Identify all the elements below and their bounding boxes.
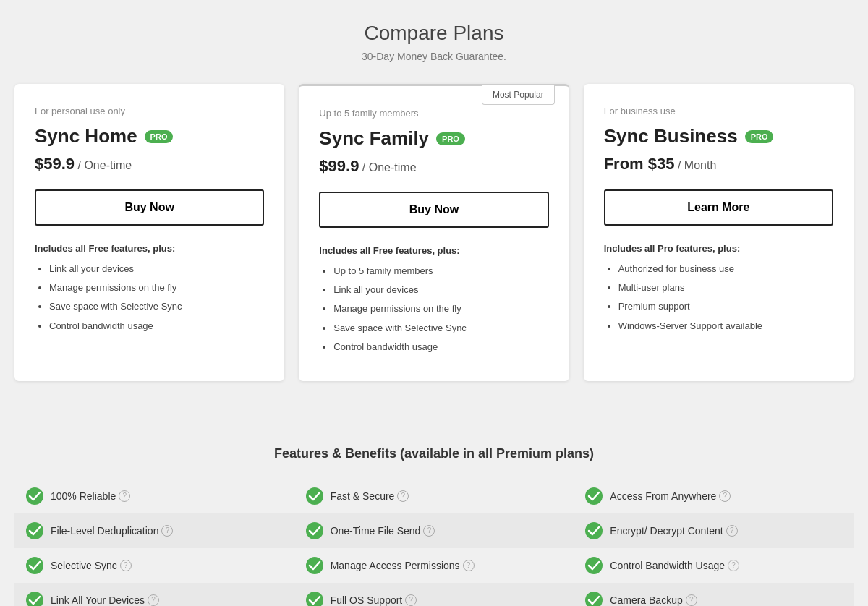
plan-subtitle-home: For personal use only — [35, 106, 264, 116]
check-icon — [306, 522, 323, 539]
svg-point-1 — [306, 487, 323, 505]
check-icon — [585, 557, 603, 574]
feature-item: Control bandwidth usage — [333, 341, 548, 354]
plan-subtitle-business: For business use — [604, 106, 833, 116]
benefit-item: File-Level Deduplication ? — [14, 513, 294, 548]
benefit-item: Control Bandwidth Usage ? — [574, 548, 854, 583]
feature-item: Manage permissions on the fly — [49, 281, 264, 294]
benefit-label: 100% Reliable — [51, 490, 116, 502]
benefit-item: Fast & Secure ? — [294, 479, 574, 513]
plan-price-family: $99.9 / One-time — [319, 157, 548, 176]
benefit-item: One-Time File Send ? — [294, 513, 574, 548]
help-icon[interactable]: ? — [161, 525, 173, 537]
benefit-label: Camera Backup — [610, 594, 682, 606]
benefit-label: Full OS Support — [331, 594, 403, 606]
feature-item: Control bandwidth usage — [49, 320, 264, 333]
svg-point-0 — [26, 487, 43, 505]
plan-name-business: Sync Business — [604, 125, 738, 148]
benefit-label: Access From Anywhere — [610, 490, 716, 502]
svg-point-9 — [26, 592, 43, 606]
check-icon — [306, 487, 323, 505]
benefit-label: Encrypt/ Decrypt Content — [610, 525, 723, 537]
plan-button-business[interactable]: Learn More — [604, 189, 833, 226]
plan-price-business: From $35 / Month — [604, 155, 833, 174]
benefits-section: Features & Benefits (available in all Pr… — [0, 439, 868, 606]
feature-item: Manage permissions on the fly — [333, 302, 548, 315]
features-heading-family: Includes all Free features, plus: — [319, 245, 548, 256]
check-icon — [585, 487, 603, 505]
features-list-home: Link all your devicesManage permissions … — [35, 263, 264, 333]
plan-name-row-home: Sync Home PRO — [35, 125, 264, 148]
money-back-text: 30-Day Money Back Guarantee. — [14, 51, 854, 62]
help-icon[interactable]: ? — [728, 560, 739, 571]
benefit-item: Link All Your Devices ? — [14, 583, 294, 606]
plans-grid: For personal use only Sync Home PRO $59.… — [14, 84, 854, 381]
features-list-business: Authorized for business useMulti-user pl… — [604, 263, 833, 333]
help-icon[interactable]: ? — [148, 594, 159, 606]
svg-point-11 — [585, 592, 603, 606]
benefit-label: One-Time File Send — [331, 525, 421, 537]
page-header: Compare Plans 30-Day Money Back Guarante… — [14, 22, 854, 62]
check-icon — [585, 522, 603, 539]
plan-card-business: For business use Sync Business PRO From … — [584, 84, 854, 381]
pro-badge-family: PRO — [436, 132, 465, 145]
benefit-label: Link All Your Devices — [51, 594, 145, 606]
help-icon[interactable]: ? — [686, 594, 697, 606]
help-icon[interactable]: ? — [120, 560, 132, 571]
benefit-item: Selective Sync ? — [14, 548, 294, 583]
check-icon — [306, 592, 323, 606]
svg-point-5 — [585, 522, 603, 539]
benefit-label: File-Level Deduplication — [51, 525, 158, 537]
svg-point-2 — [585, 487, 603, 505]
most-popular-badge: Most Popular — [482, 85, 555, 105]
plan-card-family: Most Popular Up to 5 family members Sync… — [299, 84, 569, 381]
page-title: Compare Plans — [14, 22, 854, 45]
features-heading-home: Includes all Free features, plus: — [35, 243, 264, 254]
help-icon[interactable]: ? — [119, 490, 130, 502]
check-icon — [306, 557, 323, 574]
help-icon[interactable]: ? — [719, 490, 731, 502]
benefits-grid: 100% Reliable ? Fast & Secure ? Access F… — [14, 479, 854, 606]
plan-name-row-family: Sync Family PRO — [319, 127, 548, 150]
benefit-label: Selective Sync — [51, 560, 117, 571]
benefits-title: Features & Benefits (available in all Pr… — [14, 446, 854, 461]
feature-item: Save space with Selective Sync — [333, 322, 548, 335]
svg-point-6 — [26, 557, 43, 574]
check-icon — [26, 522, 43, 539]
feature-item: Authorized for business use — [618, 263, 833, 276]
feature-item: Save space with Selective Sync — [49, 300, 264, 313]
plan-name-row-business: Sync Business PRO — [604, 125, 833, 148]
svg-point-3 — [26, 522, 43, 539]
feature-item: Windows-Server Support available — [618, 320, 833, 333]
benefit-item: Full OS Support ? — [294, 583, 574, 606]
help-icon[interactable]: ? — [463, 560, 475, 571]
check-icon — [585, 592, 603, 606]
benefit-label: Fast & Secure — [331, 490, 395, 502]
features-list-family: Up to 5 family membersLink all your devi… — [319, 265, 548, 354]
check-icon — [26, 557, 43, 574]
pro-badge-business: PRO — [745, 130, 774, 143]
plan-button-home[interactable]: Buy Now — [35, 189, 264, 226]
plan-card-home: For personal use only Sync Home PRO $59.… — [14, 84, 284, 381]
benefit-item: Manage Access Permissions ? — [294, 548, 574, 583]
plan-name-family: Sync Family — [319, 127, 429, 150]
benefit-label: Control Bandwidth Usage — [610, 560, 725, 571]
help-icon[interactable]: ? — [397, 490, 409, 502]
features-heading-business: Includes all Pro features, plus: — [604, 243, 833, 254]
plan-name-home: Sync Home — [35, 125, 137, 148]
benefit-label: Manage Access Permissions — [331, 560, 460, 571]
benefit-item: Encrypt/ Decrypt Content ? — [574, 513, 854, 548]
check-icon — [26, 592, 43, 606]
feature-item: Link all your devices — [333, 283, 548, 296]
plan-price-home: $59.9 / One-time — [35, 155, 264, 174]
plan-button-family[interactable]: Buy Now — [319, 192, 548, 228]
feature-item: Multi-user plans — [618, 281, 833, 294]
help-icon[interactable]: ? — [726, 525, 738, 537]
svg-point-4 — [306, 522, 323, 539]
help-icon[interactable]: ? — [405, 594, 417, 606]
feature-item: Link all your devices — [49, 263, 264, 276]
help-icon[interactable]: ? — [423, 525, 435, 537]
check-icon — [26, 487, 43, 505]
plan-subtitle-family: Up to 5 family members — [319, 108, 548, 119]
feature-item: Up to 5 family members — [333, 265, 548, 278]
